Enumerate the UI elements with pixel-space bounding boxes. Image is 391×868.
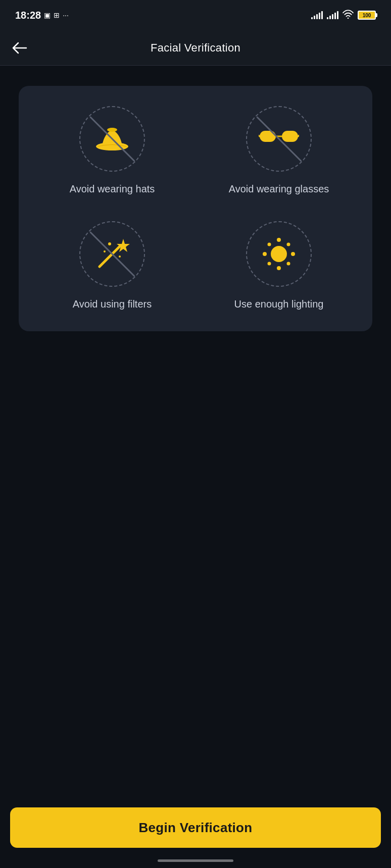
- svg-point-13: [271, 246, 287, 262]
- wifi-icon: [343, 10, 354, 21]
- svg-point-15: [277, 266, 281, 270]
- signal-bar: [311, 17, 313, 19]
- svg-point-11: [104, 250, 106, 252]
- svg-rect-3: [260, 131, 276, 142]
- battery-icon: 100: [358, 11, 376, 20]
- page-title: Facial Verification: [151, 41, 240, 55]
- svg-line-8: [100, 246, 120, 267]
- instruction-label-glasses: Avoid wearing glasses: [229, 182, 329, 196]
- signal-bar: [334, 13, 336, 19]
- instruction-item-hats: Avoid wearing hats: [34, 106, 190, 196]
- svg-point-0: [348, 17, 349, 18]
- signal-bar: [321, 11, 323, 19]
- svg-marker-9: [117, 239, 130, 252]
- status-right: 100: [311, 10, 376, 21]
- menu-icon: ···: [63, 11, 69, 19]
- status-left: 18:28 ▣ ⊞ ···: [15, 10, 69, 21]
- instruction-label-filters: Avoid using filters: [73, 297, 152, 311]
- svg-point-17: [291, 252, 295, 256]
- pay-icon: ⊞: [54, 11, 60, 19]
- instruction-label-lighting: Use enough lighting: [234, 297, 324, 311]
- signal-bar: [319, 13, 320, 19]
- wand-icon-circle: [79, 221, 145, 287]
- svg-point-2: [107, 128, 117, 132]
- signal-bars-1: [311, 11, 323, 19]
- hat-icon-circle: [79, 106, 145, 172]
- sim-icon: ▣: [44, 11, 51, 19]
- signal-bar: [329, 16, 331, 19]
- status-bar: 18:28 ▣ ⊞ ··· 100: [0, 0, 391, 30]
- instruction-item-lighting: Use enough lighting: [201, 221, 357, 311]
- svg-point-19: [287, 243, 290, 246]
- signal-bar: [332, 14, 333, 19]
- bottom-section: Begin Verification: [0, 797, 391, 868]
- wand-icon: [92, 234, 132, 274]
- svg-point-16: [263, 252, 267, 256]
- svg-line-6: [259, 135, 260, 136]
- signal-bar: [314, 16, 315, 19]
- main-content: Avoid wearing hats: [0, 66, 391, 868]
- hat-icon: [92, 119, 132, 159]
- signal-bar: [327, 17, 328, 19]
- signal-bars-2: [327, 11, 338, 19]
- status-time: 18:28: [15, 10, 41, 21]
- instruction-item-filters: Avoid using filters: [34, 221, 190, 311]
- svg-point-12: [119, 256, 121, 258]
- back-button[interactable]: [12, 42, 27, 54]
- instruction-label-hats: Avoid wearing hats: [70, 182, 155, 196]
- begin-verification-button[interactable]: Begin Verification: [10, 807, 381, 848]
- instructions-grid: Avoid wearing hats: [34, 106, 357, 311]
- svg-point-21: [287, 262, 290, 266]
- instructions-card: Avoid wearing hats: [19, 86, 372, 331]
- signal-bar: [316, 14, 318, 19]
- sun-icon-circle: [246, 221, 312, 287]
- nav-header: Facial Verification: [0, 30, 391, 66]
- sun-icon: [259, 234, 299, 274]
- svg-rect-4: [282, 131, 298, 142]
- glasses-icon: [259, 119, 299, 159]
- signal-bar: [337, 11, 338, 19]
- svg-point-10: [108, 242, 111, 245]
- glasses-icon-circle: [246, 106, 312, 172]
- svg-point-20: [268, 262, 271, 266]
- home-indicator: [158, 859, 233, 862]
- svg-point-18: [268, 243, 271, 246]
- svg-point-14: [277, 238, 281, 242]
- svg-line-7: [298, 135, 299, 136]
- instruction-item-glasses: Avoid wearing glasses: [201, 106, 357, 196]
